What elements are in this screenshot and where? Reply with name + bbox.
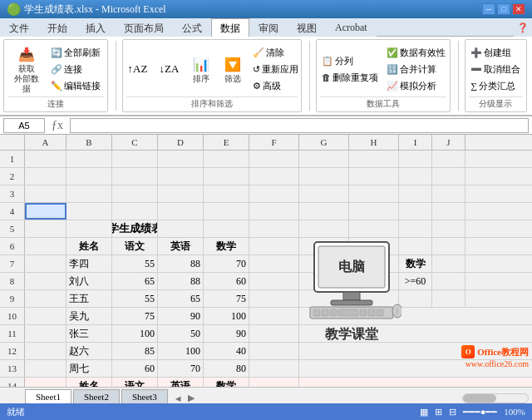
maximize-button[interactable]: □ xyxy=(497,3,510,15)
advanced-button[interactable]: ⚙ 高级 xyxy=(249,78,302,94)
cell-j9[interactable] xyxy=(432,290,466,307)
cell-d4[interactable] xyxy=(158,203,204,220)
cell-a6[interactable] xyxy=(25,238,66,254)
cell-i4[interactable] xyxy=(399,203,432,220)
row-header-12[interactable]: 12 xyxy=(0,343,25,359)
row-header-13[interactable]: 13 xyxy=(0,360,25,377)
row-header-3[interactable]: 3 xyxy=(0,185,25,202)
cell-c13[interactable]: 60 xyxy=(112,360,158,377)
reapply-button[interactable]: ↺ 重新应用 xyxy=(249,62,302,77)
row-header-1[interactable]: 1 xyxy=(0,151,25,167)
cell-e7[interactable]: 70 xyxy=(204,255,249,272)
row-header-5[interactable]: 5 xyxy=(0,220,25,237)
data-valid-button[interactable]: ✅数据有效性 xyxy=(383,45,449,61)
cell-d2[interactable] xyxy=(158,168,204,185)
cell-b14[interactable]: 姓名 xyxy=(66,378,112,387)
cell-g1[interactable] xyxy=(299,151,349,167)
get-external-data-button[interactable]: 📥 获取外部数据 xyxy=(7,42,46,96)
col-header-b[interactable]: B xyxy=(66,135,112,150)
cell-b3[interactable] xyxy=(66,185,112,202)
cell-b4[interactable] xyxy=(66,203,112,220)
cell-e12[interactable]: 40 xyxy=(204,343,249,359)
horizontal-scrollbar[interactable] xyxy=(462,393,529,403)
tab-file[interactable]: 文件 xyxy=(0,18,38,37)
tab-start[interactable]: 开始 xyxy=(38,18,76,37)
cell-d10[interactable]: 90 xyxy=(158,308,204,324)
sheet-add[interactable]: ▶ xyxy=(185,393,197,403)
cell-e11[interactable]: 90 xyxy=(204,325,249,342)
col-header-c[interactable]: C xyxy=(112,135,158,150)
sort-button[interactable]: 📊 排序 xyxy=(186,52,216,86)
tab-formula[interactable]: 公式 xyxy=(173,18,211,37)
cell-c11[interactable]: 100 xyxy=(112,325,158,342)
cell-d11[interactable]: 50 xyxy=(158,325,204,342)
cell-b7[interactable]: 李四 xyxy=(66,255,112,272)
cell-j7[interactable] xyxy=(432,255,466,272)
cell-d5[interactable] xyxy=(158,220,204,237)
cell-c12[interactable]: 85 xyxy=(112,343,158,359)
row-header-9[interactable]: 9 xyxy=(0,290,25,307)
cell-e4[interactable] xyxy=(204,203,249,220)
tab-data[interactable]: 数据 xyxy=(211,18,249,37)
create-group-button[interactable]: ➕创建组 xyxy=(467,45,524,61)
cell-a11[interactable] xyxy=(25,325,66,342)
cell-e3[interactable] xyxy=(204,185,249,202)
function-icon[interactable]: ƒx xyxy=(48,119,66,132)
tab-review[interactable]: 审阅 xyxy=(249,18,288,37)
row-header-7[interactable]: 7 xyxy=(0,255,25,272)
connections-button[interactable]: 🔗 连接 xyxy=(47,62,104,77)
cell-a9[interactable] xyxy=(25,290,66,307)
cell-j2[interactable] xyxy=(432,168,466,185)
cell-c7[interactable]: 55 xyxy=(112,255,158,272)
cell-d3[interactable] xyxy=(158,185,204,202)
col-header-g[interactable]: G xyxy=(299,135,349,150)
cell-c6[interactable]: 语文 xyxy=(112,238,158,254)
cell-d14[interactable]: 英语 xyxy=(158,378,204,387)
cell-reference-input[interactable] xyxy=(3,118,45,133)
cell-a1[interactable] xyxy=(25,151,66,167)
cell-i1[interactable] xyxy=(399,151,432,167)
minimize-button[interactable]: ─ xyxy=(482,3,495,15)
tab-layout[interactable]: 页面布局 xyxy=(115,18,173,37)
cell-e9[interactable]: 75 xyxy=(204,290,249,307)
cell-d1[interactable] xyxy=(158,151,204,167)
clear-button[interactable]: 🧹 清除 xyxy=(249,45,302,61)
sheet-nav-left[interactable]: ◄ xyxy=(171,393,185,403)
zoom-slider[interactable]: ━━━●━━ xyxy=(463,407,498,418)
filter-button[interactable]: 🔽 筛选 xyxy=(218,52,248,86)
cell-b10[interactable]: 吴九 xyxy=(66,308,112,324)
cell-f3[interactable] xyxy=(249,185,299,202)
col-header-h[interactable]: H xyxy=(349,135,399,150)
cell-b12[interactable]: 赵六 xyxy=(66,343,112,359)
cell-e2[interactable] xyxy=(204,168,249,185)
cell-e10[interactable]: 100 xyxy=(204,308,249,324)
cell-d9[interactable]: 65 xyxy=(158,290,204,307)
tab-view[interactable]: 视图 xyxy=(288,18,326,37)
sheet-tab-1[interactable]: Sheet1 xyxy=(25,389,71,403)
cell-e5[interactable] xyxy=(204,220,249,237)
cell-e6[interactable]: 数学 xyxy=(204,238,249,254)
view-layout-icon[interactable]: ⊞ xyxy=(435,407,442,418)
cell-a4[interactable] xyxy=(25,203,66,220)
cell-a13[interactable] xyxy=(25,360,66,377)
cell-d12[interactable]: 100 xyxy=(158,343,204,359)
sheet-tab-2[interactable]: Sheet2 xyxy=(73,389,120,403)
cell-a3[interactable] xyxy=(25,185,66,202)
cell-f4[interactable] xyxy=(249,203,299,220)
remove-dup-button[interactable]: 🗑删除重复项 xyxy=(318,70,382,86)
cell-b8[interactable]: 刘八 xyxy=(66,273,112,289)
cell-b11[interactable]: 张三 xyxy=(66,325,112,342)
cell-b2[interactable] xyxy=(66,168,112,185)
cell-b13[interactable]: 周七 xyxy=(66,360,112,377)
cell-a14[interactable] xyxy=(25,378,66,387)
cell-j4[interactable] xyxy=(432,203,466,220)
merge-calc-button[interactable]: 🔢合并计算 xyxy=(383,62,449,77)
cell-c2[interactable] xyxy=(112,168,158,185)
tab-acrobat[interactable]: Acrobat xyxy=(326,18,377,37)
cell-c10[interactable]: 75 xyxy=(112,308,158,324)
cell-a5[interactable] xyxy=(25,220,66,237)
cell-c9[interactable]: 55 xyxy=(112,290,158,307)
cell-h4[interactable] xyxy=(349,203,399,220)
cell-f1[interactable] xyxy=(249,151,299,167)
col-header-j[interactable]: J xyxy=(432,135,466,150)
